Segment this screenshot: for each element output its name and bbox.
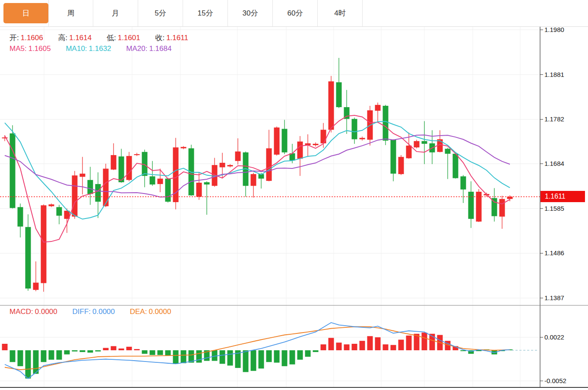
candle-body <box>235 152 241 161</box>
macd-bar <box>158 350 163 355</box>
candle-body <box>41 205 47 283</box>
candle-body <box>134 154 140 155</box>
candle-body <box>204 182 210 184</box>
candle-body <box>453 154 458 178</box>
tab-30min[interactable]: 30分 <box>228 0 273 26</box>
candle-body <box>18 207 23 227</box>
macd-bar <box>165 350 171 355</box>
macd-bar <box>313 350 319 352</box>
diff-value: DIFF:0.0000 <box>73 308 115 316</box>
candle-body <box>220 163 225 167</box>
macd-bar <box>173 350 179 364</box>
ma5-line <box>5 115 510 242</box>
ohlc-open: 开:1.1606 <box>9 33 43 43</box>
ohlc-low: 低:1.1601 <box>107 33 140 43</box>
macd-bar <box>119 349 124 350</box>
candle-body <box>196 183 202 197</box>
macd-bar <box>150 350 155 355</box>
macd-bar <box>329 338 334 350</box>
macd-bar <box>126 347 132 350</box>
tab-4hour[interactable]: 4时 <box>318 0 363 26</box>
macd-bar <box>383 344 389 350</box>
candle-body <box>80 174 85 177</box>
candle-body <box>383 106 389 141</box>
candlestick-chart[interactable] <box>0 0 588 390</box>
price-axis-label: 1.1684 <box>544 160 564 168</box>
candle-body <box>95 184 101 202</box>
candle-body <box>414 141 420 148</box>
ohlc-close: 收:1.1611 <box>155 33 188 43</box>
macd-bar <box>297 350 303 360</box>
macd-bar <box>352 344 357 350</box>
macd-bar <box>282 350 288 366</box>
current-price-tag: 1.1611 <box>541 191 585 202</box>
candle-body <box>445 149 451 154</box>
macd-bar <box>49 350 54 360</box>
macd-value: MACD:0.0000 <box>9 308 57 316</box>
macd-bar <box>111 346 117 350</box>
macd-bar <box>33 350 39 374</box>
macd-bar <box>142 350 148 354</box>
candle-body <box>336 82 342 107</box>
macd-axis-label: 0.0022 <box>544 333 564 341</box>
tab-5min[interactable]: 5分 <box>138 0 183 26</box>
macd-bar <box>344 344 350 350</box>
candle-body <box>57 207 62 216</box>
macd-bar <box>321 344 326 350</box>
macd-readout: MACD:0.0000 DIFF:0.0000 DEA:0.0000 <box>9 308 184 316</box>
candle-body <box>72 175 78 216</box>
macd-axis-label: -0.0052 <box>544 377 566 385</box>
macd-bar <box>305 350 311 357</box>
ma20-readout: MA20:1.1684 <box>126 44 171 53</box>
candle-body <box>2 137 8 138</box>
candle-body <box>25 227 31 289</box>
candle-body <box>165 179 171 202</box>
candle-body <box>321 130 326 143</box>
candle-body <box>49 204 54 206</box>
macd-bar <box>367 336 373 350</box>
candle-body <box>422 141 427 144</box>
macd-bar <box>360 341 365 350</box>
price-axis-label: 1.1387 <box>544 294 564 302</box>
macd-bar <box>18 350 23 366</box>
macd-bar <box>406 336 412 350</box>
candle-body <box>352 119 357 139</box>
candle-body <box>329 81 334 130</box>
candle-body <box>492 198 497 216</box>
candle-body <box>274 127 280 155</box>
timeframe-tabbar: 日周月5分15分30分60分4时 <box>0 0 588 27</box>
macd-bar <box>2 344 8 350</box>
macd-bar <box>72 350 78 352</box>
candle-body <box>499 199 505 217</box>
tab-month[interactable]: 月 <box>93 0 138 26</box>
candle-body <box>391 140 396 174</box>
tab-day[interactable]: 日 <box>3 3 48 23</box>
macd-bar <box>259 350 264 368</box>
candle-body <box>398 157 404 174</box>
macd-bar <box>196 350 202 363</box>
price-axis-label: 1.1486 <box>544 249 564 257</box>
ma5-readout: MA5:1.1605 <box>9 44 51 53</box>
macd-bar <box>266 350 272 362</box>
tab-60min[interactable]: 60分 <box>273 0 318 26</box>
ma10-readout: MA10:1.1632 <box>66 44 111 53</box>
candle-body <box>181 147 187 148</box>
candle-body <box>111 155 117 170</box>
macd-bar <box>181 350 187 363</box>
candle-body <box>282 129 288 152</box>
candle-body <box>33 282 39 290</box>
macd-bar <box>375 337 381 350</box>
ohlc-readout: 开:1.1606 高:1.1614 低:1.1601 收:1.1611 <box>9 33 201 43</box>
candle-body <box>476 192 482 222</box>
price-axis-label: 1.1881 <box>544 71 564 79</box>
tab-15min[interactable]: 15分 <box>183 0 228 26</box>
tab-week[interactable]: 周 <box>48 0 93 26</box>
macd-bar <box>134 349 140 350</box>
price-axis-label: 1.1980 <box>544 26 564 34</box>
price-axis-label: 1.1585 <box>544 205 564 212</box>
macd-bar <box>228 350 233 365</box>
candle-body <box>313 144 319 145</box>
macd-bar <box>220 350 225 364</box>
macd-bar <box>290 350 295 365</box>
macd-bar <box>274 350 280 363</box>
